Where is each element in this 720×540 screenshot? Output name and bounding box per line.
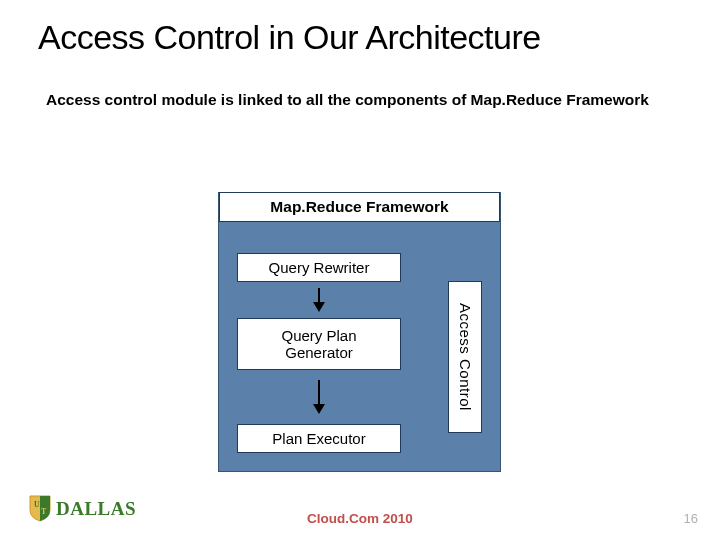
arrow-down-icon <box>237 288 401 312</box>
pipeline-column: Query Rewriter Query PlanGenerator Plan … <box>237 253 401 453</box>
plan-executor-box: Plan Executor <box>237 424 401 453</box>
svg-text:U: U <box>34 500 40 509</box>
access-control-box: Access Control <box>448 281 482 433</box>
arrow-down-icon <box>237 380 401 414</box>
slide-title: Access Control in Our Architecture <box>0 0 720 57</box>
footer-event: Cloud.Com 2010 <box>0 511 720 526</box>
architecture-diagram: Map.Reduce Framework Query Rewriter Quer… <box>218 192 501 472</box>
query-plan-generator-box: Query PlanGenerator <box>237 318 401 370</box>
access-control-label: Access Control <box>457 303 474 411</box>
slide-subtitle: Access control module is linked to all t… <box>0 57 720 109</box>
framework-box: Map.Reduce Framework <box>219 192 500 222</box>
query-rewriter-box: Query Rewriter <box>237 253 401 282</box>
slide-number: 16 <box>684 511 698 526</box>
